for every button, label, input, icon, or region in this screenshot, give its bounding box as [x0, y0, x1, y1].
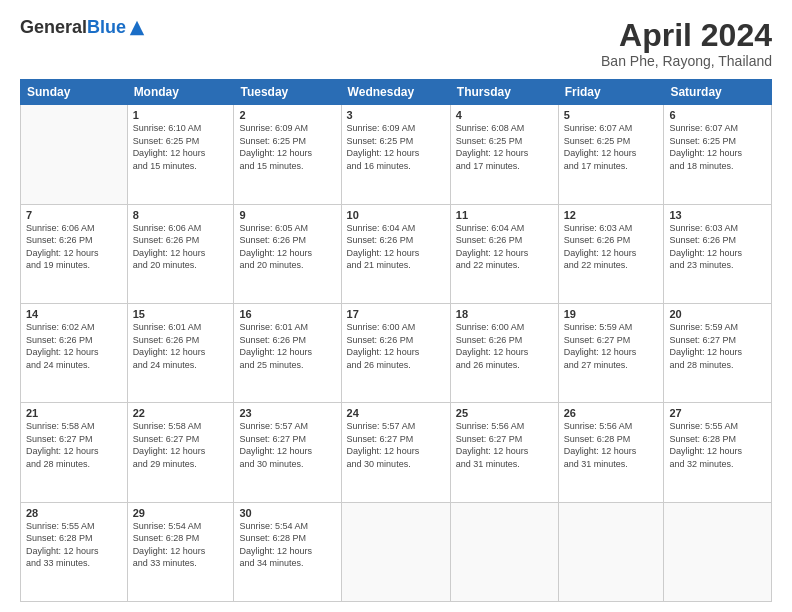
day-info: Sunrise: 6:08 AM Sunset: 6:25 PM Dayligh…: [456, 122, 553, 172]
svg-marker-0: [130, 21, 144, 35]
weekday-header: Thursday: [450, 80, 558, 105]
calendar-cell: 20Sunrise: 5:59 AM Sunset: 6:27 PM Dayli…: [664, 303, 772, 402]
day-number: 13: [669, 209, 766, 221]
day-number: 18: [456, 308, 553, 320]
calendar-cell: 25Sunrise: 5:56 AM Sunset: 6:27 PM Dayli…: [450, 403, 558, 502]
logo-icon: [128, 19, 146, 37]
title-area: April 2024 Ban Phe, Rayong, Thailand: [601, 18, 772, 69]
day-number: 29: [133, 507, 229, 519]
day-info: Sunrise: 5:59 AM Sunset: 6:27 PM Dayligh…: [564, 321, 659, 371]
day-number: 11: [456, 209, 553, 221]
calendar-cell: 21Sunrise: 5:58 AM Sunset: 6:27 PM Dayli…: [21, 403, 128, 502]
calendar-cell: 12Sunrise: 6:03 AM Sunset: 6:26 PM Dayli…: [558, 204, 664, 303]
day-number: 7: [26, 209, 122, 221]
day-number: 23: [239, 407, 335, 419]
calendar-cell: 29Sunrise: 5:54 AM Sunset: 6:28 PM Dayli…: [127, 502, 234, 601]
calendar-cell: 1Sunrise: 6:10 AM Sunset: 6:25 PM Daylig…: [127, 105, 234, 204]
month-title: April 2024: [601, 18, 772, 53]
calendar-week-row: 1Sunrise: 6:10 AM Sunset: 6:25 PM Daylig…: [21, 105, 772, 204]
day-number: 3: [347, 109, 445, 121]
calendar-cell: 16Sunrise: 6:01 AM Sunset: 6:26 PM Dayli…: [234, 303, 341, 402]
weekday-header: Tuesday: [234, 80, 341, 105]
day-number: 2: [239, 109, 335, 121]
calendar-week-row: 7Sunrise: 6:06 AM Sunset: 6:26 PM Daylig…: [21, 204, 772, 303]
day-info: Sunrise: 5:59 AM Sunset: 6:27 PM Dayligh…: [669, 321, 766, 371]
day-info: Sunrise: 6:09 AM Sunset: 6:25 PM Dayligh…: [239, 122, 335, 172]
calendar-cell: [558, 502, 664, 601]
calendar-cell: 26Sunrise: 5:56 AM Sunset: 6:28 PM Dayli…: [558, 403, 664, 502]
day-number: 28: [26, 507, 122, 519]
day-info: Sunrise: 6:03 AM Sunset: 6:26 PM Dayligh…: [564, 222, 659, 272]
calendar-cell: 24Sunrise: 5:57 AM Sunset: 6:27 PM Dayli…: [341, 403, 450, 502]
day-info: Sunrise: 5:54 AM Sunset: 6:28 PM Dayligh…: [239, 520, 335, 570]
day-number: 22: [133, 407, 229, 419]
calendar-table: SundayMondayTuesdayWednesdayThursdayFrid…: [20, 79, 772, 602]
day-info: Sunrise: 5:58 AM Sunset: 6:27 PM Dayligh…: [26, 420, 122, 470]
day-number: 4: [456, 109, 553, 121]
calendar-cell: 17Sunrise: 6:00 AM Sunset: 6:26 PM Dayli…: [341, 303, 450, 402]
calendar-cell: 6Sunrise: 6:07 AM Sunset: 6:25 PM Daylig…: [664, 105, 772, 204]
day-number: 26: [564, 407, 659, 419]
day-number: 6: [669, 109, 766, 121]
calendar-cell: 30Sunrise: 5:54 AM Sunset: 6:28 PM Dayli…: [234, 502, 341, 601]
day-number: 24: [347, 407, 445, 419]
calendar-cell: 15Sunrise: 6:01 AM Sunset: 6:26 PM Dayli…: [127, 303, 234, 402]
day-number: 12: [564, 209, 659, 221]
day-info: Sunrise: 6:02 AM Sunset: 6:26 PM Dayligh…: [26, 321, 122, 371]
day-number: 30: [239, 507, 335, 519]
day-number: 16: [239, 308, 335, 320]
day-number: 14: [26, 308, 122, 320]
day-info: Sunrise: 5:56 AM Sunset: 6:27 PM Dayligh…: [456, 420, 553, 470]
logo: GeneralBlue: [20, 18, 146, 38]
calendar-cell: 9Sunrise: 6:05 AM Sunset: 6:26 PM Daylig…: [234, 204, 341, 303]
calendar-cell: 18Sunrise: 6:00 AM Sunset: 6:26 PM Dayli…: [450, 303, 558, 402]
day-number: 1: [133, 109, 229, 121]
calendar-week-row: 14Sunrise: 6:02 AM Sunset: 6:26 PM Dayli…: [21, 303, 772, 402]
calendar-cell: 14Sunrise: 6:02 AM Sunset: 6:26 PM Dayli…: [21, 303, 128, 402]
day-info: Sunrise: 6:06 AM Sunset: 6:26 PM Dayligh…: [133, 222, 229, 272]
calendar-cell: 13Sunrise: 6:03 AM Sunset: 6:26 PM Dayli…: [664, 204, 772, 303]
day-info: Sunrise: 6:07 AM Sunset: 6:25 PM Dayligh…: [669, 122, 766, 172]
day-info: Sunrise: 6:06 AM Sunset: 6:26 PM Dayligh…: [26, 222, 122, 272]
weekday-header: Saturday: [664, 80, 772, 105]
calendar-cell: 7Sunrise: 6:06 AM Sunset: 6:26 PM Daylig…: [21, 204, 128, 303]
day-number: 9: [239, 209, 335, 221]
day-info: Sunrise: 6:00 AM Sunset: 6:26 PM Dayligh…: [347, 321, 445, 371]
day-info: Sunrise: 6:07 AM Sunset: 6:25 PM Dayligh…: [564, 122, 659, 172]
logo-general: GeneralBlue: [20, 18, 126, 38]
day-number: 15: [133, 308, 229, 320]
day-number: 20: [669, 308, 766, 320]
calendar-week-row: 28Sunrise: 5:55 AM Sunset: 6:28 PM Dayli…: [21, 502, 772, 601]
weekday-header: Wednesday: [341, 80, 450, 105]
calendar-cell: [664, 502, 772, 601]
calendar-cell: 22Sunrise: 5:58 AM Sunset: 6:27 PM Dayli…: [127, 403, 234, 502]
day-number: 25: [456, 407, 553, 419]
calendar-cell: 2Sunrise: 6:09 AM Sunset: 6:25 PM Daylig…: [234, 105, 341, 204]
calendar-cell: 4Sunrise: 6:08 AM Sunset: 6:25 PM Daylig…: [450, 105, 558, 204]
day-info: Sunrise: 5:55 AM Sunset: 6:28 PM Dayligh…: [26, 520, 122, 570]
day-info: Sunrise: 6:01 AM Sunset: 6:26 PM Dayligh…: [133, 321, 229, 371]
calendar-cell: 5Sunrise: 6:07 AM Sunset: 6:25 PM Daylig…: [558, 105, 664, 204]
day-info: Sunrise: 6:04 AM Sunset: 6:26 PM Dayligh…: [456, 222, 553, 272]
calendar-cell: 27Sunrise: 5:55 AM Sunset: 6:28 PM Dayli…: [664, 403, 772, 502]
day-number: 27: [669, 407, 766, 419]
calendar-cell: 10Sunrise: 6:04 AM Sunset: 6:26 PM Dayli…: [341, 204, 450, 303]
location-title: Ban Phe, Rayong, Thailand: [601, 53, 772, 69]
day-info: Sunrise: 6:09 AM Sunset: 6:25 PM Dayligh…: [347, 122, 445, 172]
day-info: Sunrise: 6:03 AM Sunset: 6:26 PM Dayligh…: [669, 222, 766, 272]
day-number: 10: [347, 209, 445, 221]
day-info: Sunrise: 6:00 AM Sunset: 6:26 PM Dayligh…: [456, 321, 553, 371]
day-number: 5: [564, 109, 659, 121]
weekday-header: Monday: [127, 80, 234, 105]
day-number: 8: [133, 209, 229, 221]
weekday-header: Friday: [558, 80, 664, 105]
calendar-cell: [21, 105, 128, 204]
day-info: Sunrise: 6:04 AM Sunset: 6:26 PM Dayligh…: [347, 222, 445, 272]
day-number: 17: [347, 308, 445, 320]
calendar-cell: 11Sunrise: 6:04 AM Sunset: 6:26 PM Dayli…: [450, 204, 558, 303]
day-number: 21: [26, 407, 122, 419]
calendar-week-row: 21Sunrise: 5:58 AM Sunset: 6:27 PM Dayli…: [21, 403, 772, 502]
day-info: Sunrise: 5:58 AM Sunset: 6:27 PM Dayligh…: [133, 420, 229, 470]
calendar-cell: [450, 502, 558, 601]
day-info: Sunrise: 5:55 AM Sunset: 6:28 PM Dayligh…: [669, 420, 766, 470]
